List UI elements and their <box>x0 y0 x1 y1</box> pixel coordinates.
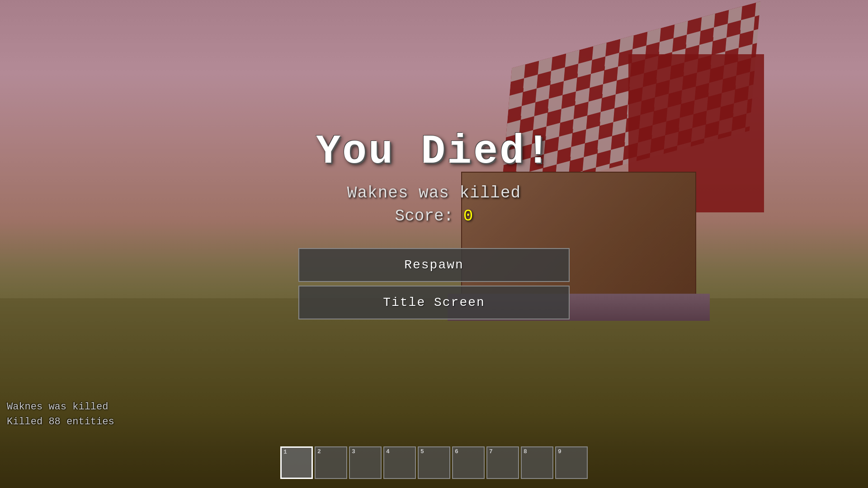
slot-number-6: 6 <box>455 448 458 455</box>
chat-line-2: Killed 88 entities <box>7 414 114 429</box>
hotbar-slot-6[interactable]: 6 <box>452 446 485 479</box>
slot-number-3: 3 <box>352 448 355 455</box>
chat-log: Waknes was killed Killed 88 entities <box>7 399 114 429</box>
title-screen-button[interactable]: Title Screen <box>298 286 570 319</box>
hotbar-slot-2[interactable]: 2 <box>315 446 347 479</box>
slot-number-9: 9 <box>558 448 561 455</box>
hotbar-slot-5[interactable]: 5 <box>418 446 450 479</box>
respawn-button[interactable]: Respawn <box>298 248 570 282</box>
chat-line-1: Waknes was killed <box>7 399 114 414</box>
slot-number-8: 8 <box>524 448 527 455</box>
death-screen: You Died! Waknes was killed Score: 0 Res… <box>0 0 868 488</box>
hotbar-slot-3[interactable]: 3 <box>349 446 382 479</box>
hotbar-slot-1[interactable]: 1 <box>280 446 313 479</box>
score-value: 0 <box>463 207 473 225</box>
slot-number-4: 4 <box>386 448 390 455</box>
you-died-title: You Died! <box>316 129 552 175</box>
hotbar-slot-9[interactable]: 9 <box>555 446 588 479</box>
slot-number-7: 7 <box>489 448 493 455</box>
slot-number-1: 1 <box>283 449 287 455</box>
hotbar-slot-7[interactable]: 7 <box>486 446 519 479</box>
hotbar-slot-8[interactable]: 8 <box>521 446 553 479</box>
death-message: Waknes was killed <box>347 184 521 202</box>
slot-number-5: 5 <box>420 448 424 455</box>
score-label: Score: <box>395 207 454 225</box>
score-line: Score: 0 <box>395 207 473 225</box>
hotbar-slot-4[interactable]: 4 <box>383 446 416 479</box>
hotbar: 1 2 3 4 5 6 7 8 9 <box>280 446 588 479</box>
slot-number-2: 2 <box>317 448 321 455</box>
